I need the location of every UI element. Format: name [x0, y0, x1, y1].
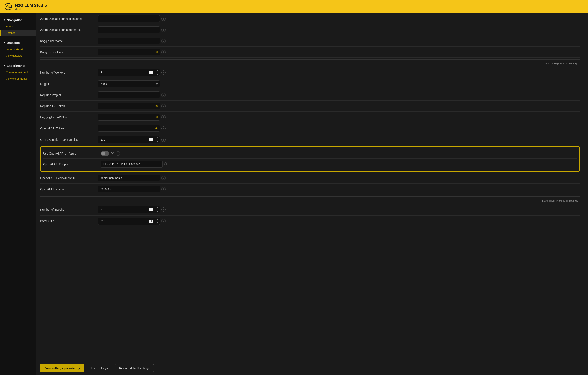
control-workers: ▲ ▼ i: [98, 69, 580, 76]
kaggle-username-input[interactable]: [98, 38, 160, 44]
sidebar-item-create-experiment[interactable]: Create experiment: [0, 69, 36, 75]
form-row-huggingface-token: Huggingface API Token 👁 i: [40, 112, 580, 123]
info-icon-openai-version[interactable]: i: [161, 187, 166, 191]
info-icon-workers[interactable]: i: [161, 71, 166, 75]
load-settings-button[interactable]: Load settings: [87, 364, 112, 372]
openai-version-input[interactable]: [98, 186, 160, 193]
batch-size-up-btn[interactable]: ▲: [155, 218, 160, 221]
input-wrap-azure-connection: [98, 15, 160, 22]
info-icon-azure-container[interactable]: i: [161, 28, 166, 32]
eye-button-openai[interactable]: 👁: [155, 127, 158, 130]
app-title-group: H2O LLM Studio v1.5.0: [15, 3, 47, 10]
settings-form: Azure Datalake connection string i Azure…: [36, 13, 588, 248]
info-icon-azure-toggle[interactable]: i: [116, 152, 120, 156]
form-row-azure-container: Azure Datalake container name i: [40, 24, 580, 35]
nav-section-experiments-label: Experiments: [7, 64, 25, 67]
openai-endpoint-input[interactable]: [101, 161, 163, 168]
nav-section-experiments-header[interactable]: ∧ Experiments: [0, 62, 36, 69]
sidebar-item-view-datasets[interactable]: View datasets: [0, 52, 36, 59]
control-epochs: ▲ ▼ i: [98, 206, 580, 213]
sidebar-item-import-dataset[interactable]: Import dataset: [0, 46, 36, 52]
spinner-batch-size: ▲ ▼: [98, 218, 160, 225]
nav-section-navigation-label: Navigation: [7, 18, 23, 22]
label-neptune-project: Neptune Project: [40, 93, 98, 97]
openai-deployment-input[interactable]: [98, 174, 160, 181]
info-icon-kaggle-secret[interactable]: i: [161, 50, 166, 54]
info-icon-huggingface-token[interactable]: i: [161, 115, 166, 119]
eye-button-huggingface[interactable]: 👁: [155, 116, 158, 119]
epochs-input[interactable]: [98, 206, 155, 213]
restore-defaults-button[interactable]: Restore default settings: [115, 364, 154, 372]
save-settings-button[interactable]: Save settings persistently: [40, 364, 84, 372]
app-version: v1.5.0: [15, 8, 47, 10]
sidebar-item-settings[interactable]: Settings: [0, 30, 36, 36]
section-divider-default-experiment: Default Experiment Settings: [40, 59, 580, 67]
control-openai-version: i: [98, 186, 580, 193]
epochs-down-btn[interactable]: ▼: [155, 210, 160, 213]
app-header: H2O LLM Studio v1.5.0: [0, 0, 588, 13]
gpt-eval-down-btn[interactable]: ▼: [155, 140, 160, 143]
control-gpt-eval: ▲ ▼ i: [98, 136, 580, 143]
form-row-openai-version: OpenAI API version i: [40, 183, 580, 195]
azure-container-input[interactable]: [98, 26, 160, 33]
info-icon-batch-size[interactable]: i: [161, 219, 166, 223]
control-use-openai-azure: Off i: [101, 151, 577, 156]
control-huggingface-token: 👁 i: [98, 114, 580, 121]
label-logger: Logger: [40, 82, 98, 85]
toggle-group-azure: Off: [101, 151, 114, 156]
input-wrap-openai-token: 👁: [98, 125, 160, 132]
nav-section-navigation-header[interactable]: ∧ Navigation: [0, 17, 36, 23]
chevron-down-icon: ∧: [3, 41, 5, 44]
openai-token-input[interactable]: [98, 125, 160, 132]
gpt-eval-spinner-buttons: ▲ ▼: [155, 136, 160, 143]
batch-size-down-btn[interactable]: ▼: [155, 221, 160, 225]
form-row-neptune-project: Neptune Project i: [40, 90, 580, 101]
form-row-workers: Number of Workers ▲ ▼ i: [40, 67, 580, 78]
info-icon-openai-deployment[interactable]: i: [161, 176, 166, 180]
workers-up-btn[interactable]: ▲: [155, 69, 160, 72]
nav-section-experiments: ∧ Experiments Create experiment View exp…: [0, 62, 36, 82]
huggingface-token-input[interactable]: [98, 114, 160, 121]
select-wrap-logger: None WandB Neptune TensorBoard ▾: [98, 80, 160, 87]
bottom-action-bar: Save settings persistently Load settings…: [36, 361, 588, 375]
neptune-project-input[interactable]: [98, 91, 160, 98]
eye-button-kaggle[interactable]: 👁: [155, 51, 158, 54]
info-icon-neptune-token[interactable]: i: [161, 104, 166, 108]
control-openai-endpoint: i: [101, 161, 577, 168]
form-row-kaggle-username: Kaggle username i: [40, 35, 580, 47]
label-openai-token: OpenAI API Token: [40, 127, 98, 130]
app-name: H2O LLM Studio: [15, 3, 47, 8]
info-icon-neptune-project[interactable]: i: [161, 93, 166, 97]
gpt-eval-up-btn[interactable]: ▲: [155, 136, 160, 140]
toggle-knob: [101, 152, 105, 155]
workers-input[interactable]: [98, 69, 155, 76]
gpt-eval-input[interactable]: [98, 136, 155, 143]
section-divider-experiment-max: Experiment Maximum Settings: [40, 196, 580, 204]
info-icon-openai-endpoint[interactable]: i: [164, 162, 168, 166]
info-icon-kaggle-username[interactable]: i: [161, 39, 166, 43]
info-icon-gpt-eval[interactable]: i: [161, 138, 166, 142]
batch-size-input[interactable]: [98, 218, 155, 224]
info-icon-openai-token[interactable]: i: [161, 126, 166, 131]
form-row-openai-token: OpenAI API Token 👁 i: [40, 123, 580, 134]
control-kaggle-username: i: [98, 38, 580, 44]
azure-connection-string-input[interactable]: [98, 15, 160, 22]
epochs-spinner-buttons: ▲ ▼: [155, 206, 160, 213]
workers-down-btn[interactable]: ▼: [155, 72, 160, 76]
label-batch-size: Batch Size: [40, 219, 98, 223]
eye-button-neptune[interactable]: 👁: [155, 104, 158, 108]
label-openai-endpoint: OpenAI API Endpoint: [43, 162, 101, 166]
azure-openai-section: Use OpenAI API on Azure Off i OpenAI API…: [40, 146, 580, 172]
kaggle-secret-input[interactable]: [98, 49, 160, 55]
neptune-token-input[interactable]: [98, 103, 160, 109]
sidebar-item-view-experiments[interactable]: View experiments: [0, 75, 36, 82]
sidebar-item-home[interactable]: Home: [0, 23, 36, 30]
chevron-down-icon: ∧: [3, 19, 5, 21]
info-icon-epochs[interactable]: i: [161, 207, 166, 212]
logger-select[interactable]: None WandB Neptune TensorBoard: [98, 80, 160, 87]
toggle-openai-azure[interactable]: [101, 151, 109, 156]
nav-section-datasets-header[interactable]: ∧ Datasets: [0, 39, 36, 46]
chevron-down-icon: ∧: [3, 64, 5, 67]
epochs-up-btn[interactable]: ▲: [155, 206, 160, 210]
info-icon-azure-connection[interactable]: i: [161, 17, 166, 21]
